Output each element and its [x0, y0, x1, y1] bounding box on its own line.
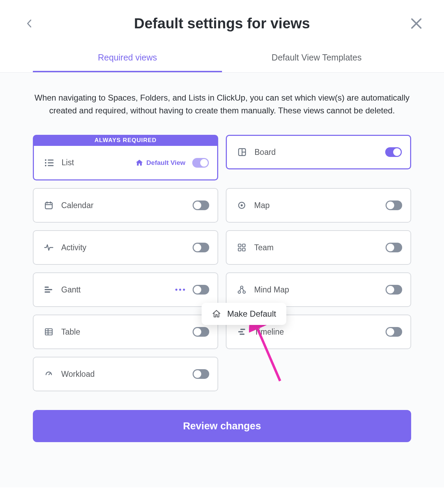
view-label: Team: [254, 243, 386, 252]
gantt-icon: [44, 285, 54, 295]
home-icon: [136, 160, 143, 166]
view-card-list-wrapper: ALWAYS REQUIRED List Default View: [33, 135, 218, 180]
review-changes-button[interactable]: Review changes: [33, 410, 411, 442]
svg-rect-17: [238, 248, 241, 251]
chevron-left-icon: [27, 19, 31, 28]
default-view-tag: Default View: [136, 159, 185, 167]
view-label: Timeline: [254, 327, 386, 337]
view-label: Workload: [61, 370, 193, 379]
activity-icon: [44, 243, 54, 252]
view-card-mindmap[interactable]: Mind Map: [226, 272, 411, 307]
svg-point-2: [45, 162, 46, 164]
team-icon: [237, 243, 247, 252]
view-card-team[interactable]: Team: [226, 230, 411, 265]
toggle-map[interactable]: [386, 200, 402, 210]
close-icon: [410, 18, 422, 29]
settings-modal: Default settings for views Required view…: [0, 0, 444, 487]
svg-point-0: [45, 159, 46, 161]
toggle-mindmap[interactable]: [386, 285, 402, 295]
svg-rect-15: [238, 244, 241, 247]
description-text: When navigating to Spaces, Folders, and …: [33, 91, 411, 117]
make-default-label: Make Default: [227, 309, 276, 319]
timeline-icon: [237, 327, 247, 337]
modal-header: Default settings for views: [0, 0, 444, 46]
view-card-table[interactable]: Table: [33, 315, 218, 349]
home-outline-icon: [212, 310, 221, 318]
make-default-popover[interactable]: Make Default: [202, 303, 286, 325]
tab-required-views[interactable]: Required views: [33, 46, 222, 72]
close-button[interactable]: [409, 17, 423, 30]
workload-icon: [44, 369, 54, 379]
view-card-board[interactable]: Board: [226, 135, 411, 169]
svg-rect-1: [48, 159, 54, 160]
view-label: Table: [61, 327, 193, 337]
back-button[interactable]: [24, 18, 35, 29]
view-card-gantt[interactable]: Gantt: [33, 272, 218, 307]
map-pin-icon: [237, 200, 247, 210]
svg-rect-19: [45, 287, 49, 288]
svg-rect-16: [242, 244, 245, 247]
toggle-board[interactable]: [385, 147, 402, 157]
modal-title: Default settings for views: [35, 15, 409, 32]
always-required-badge: ALWAYS REQUIRED: [33, 135, 218, 146]
toggle-workload[interactable]: [193, 369, 209, 379]
view-label: List: [62, 158, 136, 167]
toggle-gantt[interactable]: [193, 285, 209, 295]
toggle-table[interactable]: [193, 327, 209, 337]
view-card-workload[interactable]: Workload: [33, 357, 218, 391]
views-grid: ALWAYS REQUIRED List Default View: [33, 135, 411, 391]
table-icon: [44, 327, 54, 337]
svg-rect-18: [242, 248, 245, 251]
default-view-text: Default View: [146, 159, 185, 167]
tab-default-templates[interactable]: Default View Templates: [222, 46, 411, 72]
svg-line-32: [49, 373, 50, 375]
view-label: Mind Map: [254, 285, 386, 295]
svg-rect-31: [240, 334, 244, 335]
svg-point-4: [45, 165, 46, 166]
more-options-button[interactable]: [175, 289, 185, 291]
view-label: Activity: [61, 243, 193, 252]
tabs: Required views Default View Templates: [0, 46, 444, 73]
svg-point-24: [243, 291, 246, 293]
list-icon: [44, 158, 54, 168]
svg-rect-25: [45, 329, 52, 335]
svg-rect-21: [45, 291, 50, 293]
svg-point-23: [238, 291, 241, 293]
toggle-timeline[interactable]: [386, 327, 402, 337]
view-label: Gantt: [61, 285, 175, 295]
view-card-calendar[interactable]: Calendar: [33, 188, 218, 223]
calendar-icon: [44, 200, 54, 210]
view-card-activity[interactable]: Activity: [33, 230, 218, 265]
toggle-activity[interactable]: [193, 243, 209, 252]
svg-rect-20: [45, 289, 52, 290]
board-icon: [237, 147, 247, 157]
svg-point-22: [241, 286, 243, 289]
mindmap-icon: [237, 285, 247, 295]
view-card-map[interactable]: Map: [226, 188, 411, 223]
view-label: Calendar: [61, 201, 193, 210]
toggle-list[interactable]: [192, 158, 209, 168]
svg-point-14: [241, 204, 243, 206]
svg-rect-5: [48, 165, 54, 166]
toggle-calendar[interactable]: [193, 200, 209, 210]
view-label: Board: [255, 148, 385, 157]
view-card-list[interactable]: List Default View: [33, 146, 218, 180]
svg-rect-29: [240, 329, 245, 330]
svg-rect-9: [45, 203, 52, 209]
settings-body: When navigating to Spaces, Folders, and …: [0, 73, 444, 487]
view-label: Map: [254, 201, 386, 210]
svg-rect-3: [48, 162, 54, 163]
toggle-team[interactable]: [386, 243, 402, 252]
svg-rect-30: [238, 331, 243, 333]
